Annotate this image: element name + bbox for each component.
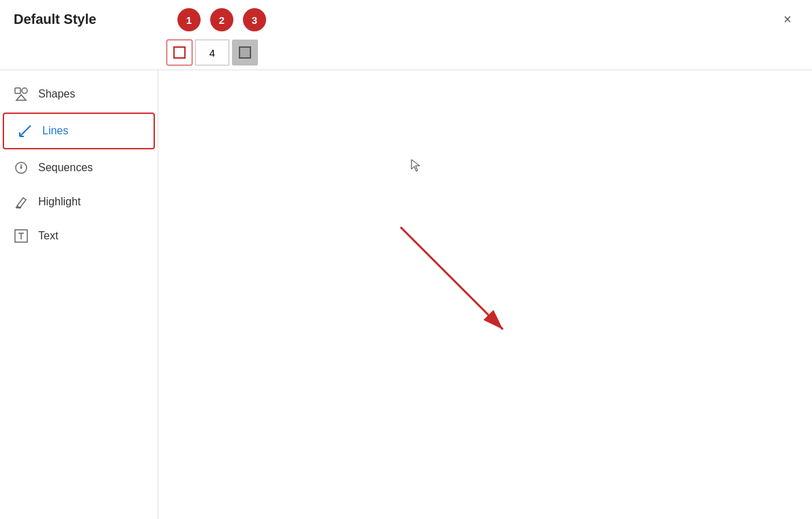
- highlight-icon: [14, 194, 29, 209]
- svg-point-10: [20, 167, 23, 169]
- fill-icon: [238, 46, 252, 59]
- sequences-icon: [14, 160, 29, 175]
- sidebar-item-lines[interactable]: Lines: [3, 113, 155, 149]
- svg-point-3: [22, 88, 27, 93]
- lines-icon: [18, 123, 33, 138]
- canvas-area[interactable]: [158, 70, 812, 519]
- sidebar-item-text[interactable]: Text: [0, 219, 158, 253]
- dialog-header: Default Style 1 2 3 ×: [0, 0, 812, 35]
- default-style-dialog: Default Style 1 2 3 × 4: [0, 0, 812, 519]
- cursor-pointer: [411, 159, 422, 175]
- sidebar-item-text-label: Text: [38, 230, 58, 242]
- sidebar-item-highlight-label: Highlight: [38, 196, 81, 208]
- svg-line-5: [20, 125, 31, 136]
- sidebar-item-sequences[interactable]: Sequences: [0, 151, 158, 185]
- svg-marker-4: [16, 95, 26, 100]
- shapes-icon: [14, 87, 29, 102]
- svg-rect-12: [16, 207, 21, 209]
- svg-line-17: [401, 227, 503, 329]
- text-icon: [14, 228, 29, 243]
- step-badge-2[interactable]: 2: [210, 8, 233, 31]
- width-input[interactable]: 4: [195, 40, 229, 65]
- border-icon: [173, 46, 186, 59]
- annotation-arrow: [158, 70, 812, 519]
- sidebar: Shapes Lines: [0, 70, 158, 519]
- sidebar-item-shapes[interactable]: Shapes: [0, 77, 158, 111]
- sidebar-item-sequences-label: Sequences: [38, 162, 93, 174]
- sidebar-item-shapes-label: Shapes: [38, 88, 75, 100]
- fill-style-button[interactable]: [232, 40, 258, 65]
- svg-rect-2: [15, 88, 20, 93]
- sidebar-item-highlight[interactable]: Highlight: [0, 185, 158, 219]
- dialog-title: Default Style: [14, 12, 96, 27]
- border-style-button[interactable]: [166, 40, 192, 65]
- step-badge-3[interactable]: 3: [243, 8, 266, 31]
- dialog-body: Shapes Lines: [0, 70, 812, 519]
- svg-rect-1: [240, 47, 250, 58]
- step-badge-1[interactable]: 1: [177, 8, 201, 31]
- close-button[interactable]: ×: [777, 8, 798, 30]
- step-badges-container: 1 2 3: [177, 8, 266, 31]
- sidebar-item-lines-label: Lines: [42, 125, 68, 137]
- svg-rect-0: [174, 47, 185, 58]
